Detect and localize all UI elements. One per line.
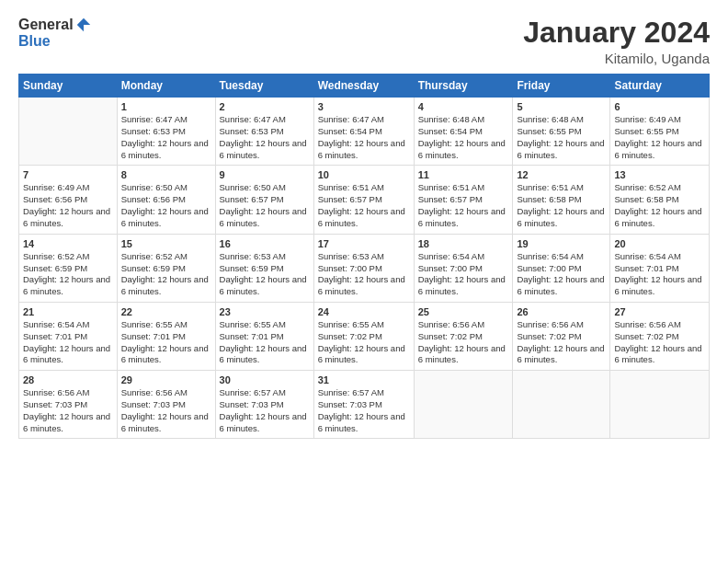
cell-info: Sunrise: 6:52 AM Sunset: 6:58 PM Dayligh… <box>614 182 705 229</box>
cell-date: 10 <box>318 169 410 180</box>
cell-date: 2 <box>220 101 310 112</box>
cell-info: Sunrise: 6:55 AM Sunset: 7:02 PM Dayligh… <box>318 319 410 366</box>
cell-info: Sunrise: 6:56 AM Sunset: 7:02 PM Dayligh… <box>418 319 509 366</box>
logo-icon <box>75 17 92 33</box>
calendar-cell: 26Sunrise: 6:56 AM Sunset: 7:02 PM Dayli… <box>513 302 610 370</box>
calendar-cell: 22Sunrise: 6:55 AM Sunset: 7:01 PM Dayli… <box>117 302 215 370</box>
cell-info: Sunrise: 6:52 AM Sunset: 6:59 PM Dayligh… <box>23 251 113 298</box>
calendar-cell: 1Sunrise: 6:47 AM Sunset: 6:53 PM Daylig… <box>117 98 215 166</box>
cell-info: Sunrise: 6:55 AM Sunset: 7:01 PM Dayligh… <box>121 319 211 366</box>
cell-date: 1 <box>121 101 211 112</box>
calendar-cell: 15Sunrise: 6:52 AM Sunset: 6:59 PM Dayli… <box>117 234 215 302</box>
calendar-cell: 14Sunrise: 6:52 AM Sunset: 6:59 PM Dayli… <box>19 234 118 302</box>
cell-date: 19 <box>517 238 606 249</box>
cell-date: 31 <box>318 374 410 385</box>
cell-info: Sunrise: 6:54 AM Sunset: 7:01 PM Dayligh… <box>23 319 113 366</box>
cell-info: Sunrise: 6:52 AM Sunset: 6:59 PM Dayligh… <box>121 251 211 298</box>
cell-info: Sunrise: 6:56 AM Sunset: 7:03 PM Dayligh… <box>23 387 113 434</box>
cell-date: 6 <box>614 101 705 112</box>
cell-info: Sunrise: 6:56 AM Sunset: 7:03 PM Dayligh… <box>121 387 211 434</box>
cell-info: Sunrise: 6:54 AM Sunset: 7:00 PM Dayligh… <box>418 251 509 298</box>
calendar-cell: 27Sunrise: 6:56 AM Sunset: 7:02 PM Dayli… <box>610 302 710 370</box>
page: General Blue January 2024 Kitamilo, Ugan… <box>0 0 728 563</box>
cell-info: Sunrise: 6:50 AM Sunset: 6:56 PM Dayligh… <box>121 182 211 229</box>
cell-info: Sunrise: 6:47 AM Sunset: 6:53 PM Dayligh… <box>220 114 310 161</box>
calendar-day-header: Saturday <box>610 75 710 98</box>
calendar-cell: 2Sunrise: 6:47 AM Sunset: 6:53 PM Daylig… <box>215 98 313 166</box>
cell-date: 18 <box>418 238 509 249</box>
title-section: January 2024 Kitamilo, Uganda <box>523 17 710 66</box>
cell-date: 9 <box>220 169 310 180</box>
cell-date: 11 <box>418 169 509 180</box>
calendar-day-header: Friday <box>513 75 610 98</box>
cell-info: Sunrise: 6:48 AM Sunset: 6:55 PM Dayligh… <box>517 114 606 161</box>
calendar-cell: 31Sunrise: 6:57 AM Sunset: 7:03 PM Dayli… <box>313 371 414 439</box>
calendar-cell <box>19 98 118 166</box>
cell-info: Sunrise: 6:49 AM Sunset: 6:56 PM Dayligh… <box>23 182 113 229</box>
calendar-cell: 25Sunrise: 6:56 AM Sunset: 7:02 PM Dayli… <box>414 302 513 370</box>
calendar-cell: 19Sunrise: 6:54 AM Sunset: 7:00 PM Dayli… <box>513 234 610 302</box>
calendar-cell: 7Sunrise: 6:49 AM Sunset: 6:56 PM Daylig… <box>19 166 118 234</box>
cell-info: Sunrise: 6:47 AM Sunset: 6:53 PM Dayligh… <box>121 114 211 161</box>
calendar-cell: 10Sunrise: 6:51 AM Sunset: 6:57 PM Dayli… <box>313 166 414 234</box>
cell-date: 22 <box>121 306 211 317</box>
cell-date: 29 <box>121 374 211 385</box>
calendar-cell: 20Sunrise: 6:54 AM Sunset: 7:01 PM Dayli… <box>610 234 710 302</box>
calendar-cell: 16Sunrise: 6:53 AM Sunset: 6:59 PM Dayli… <box>215 234 313 302</box>
logo: General Blue <box>18 17 92 50</box>
cell-info: Sunrise: 6:53 AM Sunset: 6:59 PM Dayligh… <box>220 251 310 298</box>
cell-info: Sunrise: 6:56 AM Sunset: 7:02 PM Dayligh… <box>517 319 606 366</box>
cell-date: 20 <box>614 238 705 249</box>
cell-info: Sunrise: 6:53 AM Sunset: 7:00 PM Dayligh… <box>318 251 410 298</box>
cell-date: 26 <box>517 306 606 317</box>
cell-date: 16 <box>220 238 310 249</box>
cell-date: 7 <box>23 169 113 180</box>
calendar-cell: 28Sunrise: 6:56 AM Sunset: 7:03 PM Dayli… <box>19 371 118 439</box>
calendar-cell: 11Sunrise: 6:51 AM Sunset: 6:57 PM Dayli… <box>414 166 513 234</box>
calendar-cell: 23Sunrise: 6:55 AM Sunset: 7:01 PM Dayli… <box>215 302 313 370</box>
cell-info: Sunrise: 6:54 AM Sunset: 7:00 PM Dayligh… <box>517 251 606 298</box>
calendar-cell: 8Sunrise: 6:50 AM Sunset: 6:56 PM Daylig… <box>117 166 215 234</box>
calendar-day-header: Sunday <box>19 75 118 98</box>
cell-date: 30 <box>220 374 310 385</box>
calendar-cell: 13Sunrise: 6:52 AM Sunset: 6:58 PM Dayli… <box>610 166 710 234</box>
logo-blue-text: Blue <box>18 33 51 50</box>
cell-info: Sunrise: 6:51 AM Sunset: 6:57 PM Dayligh… <box>318 182 410 229</box>
cell-date: 5 <box>517 101 606 112</box>
calendar-cell: 21Sunrise: 6:54 AM Sunset: 7:01 PM Dayli… <box>19 302 118 370</box>
cell-info: Sunrise: 6:50 AM Sunset: 6:57 PM Dayligh… <box>220 182 310 229</box>
cell-date: 28 <box>23 374 113 385</box>
cell-date: 15 <box>121 238 211 249</box>
calendar-header-row: SundayMondayTuesdayWednesdayThursdayFrid… <box>19 75 710 98</box>
cell-date: 4 <box>418 101 509 112</box>
calendar-day-header: Monday <box>117 75 215 98</box>
calendar-cell: 3Sunrise: 6:47 AM Sunset: 6:54 PM Daylig… <box>313 98 414 166</box>
cell-info: Sunrise: 6:51 AM Sunset: 6:57 PM Dayligh… <box>418 182 509 229</box>
calendar-table: SundayMondayTuesdayWednesdayThursdayFrid… <box>18 74 710 439</box>
cell-date: 27 <box>614 306 705 317</box>
calendar-cell: 30Sunrise: 6:57 AM Sunset: 7:03 PM Dayli… <box>215 371 313 439</box>
cell-date: 23 <box>220 306 310 317</box>
calendar-cell: 6Sunrise: 6:49 AM Sunset: 6:55 PM Daylig… <box>610 98 710 166</box>
cell-info: Sunrise: 6:51 AM Sunset: 6:58 PM Dayligh… <box>517 182 606 229</box>
cell-date: 12 <box>517 169 606 180</box>
header: General Blue January 2024 Kitamilo, Ugan… <box>18 17 710 66</box>
calendar-cell <box>610 371 710 439</box>
cell-date: 17 <box>318 238 410 249</box>
cell-info: Sunrise: 6:54 AM Sunset: 7:01 PM Dayligh… <box>614 251 705 298</box>
cell-info: Sunrise: 6:56 AM Sunset: 7:02 PM Dayligh… <box>614 319 705 366</box>
calendar-cell: 29Sunrise: 6:56 AM Sunset: 7:03 PM Dayli… <box>117 371 215 439</box>
subtitle: Kitamilo, Uganda <box>523 51 710 66</box>
main-title: January 2024 <box>523 17 710 49</box>
cell-date: 24 <box>318 306 410 317</box>
calendar-day-header: Wednesday <box>313 75 414 98</box>
cell-date: 3 <box>318 101 410 112</box>
calendar-cell: 18Sunrise: 6:54 AM Sunset: 7:00 PM Dayli… <box>414 234 513 302</box>
cell-info: Sunrise: 6:47 AM Sunset: 6:54 PM Dayligh… <box>318 114 410 161</box>
calendar-week-row: 1Sunrise: 6:47 AM Sunset: 6:53 PM Daylig… <box>19 98 710 166</box>
calendar-week-row: 14Sunrise: 6:52 AM Sunset: 6:59 PM Dayli… <box>19 234 710 302</box>
calendar-cell: 4Sunrise: 6:48 AM Sunset: 6:54 PM Daylig… <box>414 98 513 166</box>
calendar-cell: 17Sunrise: 6:53 AM Sunset: 7:00 PM Dayli… <box>313 234 414 302</box>
calendar-cell <box>513 371 610 439</box>
calendar-week-row: 28Sunrise: 6:56 AM Sunset: 7:03 PM Dayli… <box>19 371 710 439</box>
